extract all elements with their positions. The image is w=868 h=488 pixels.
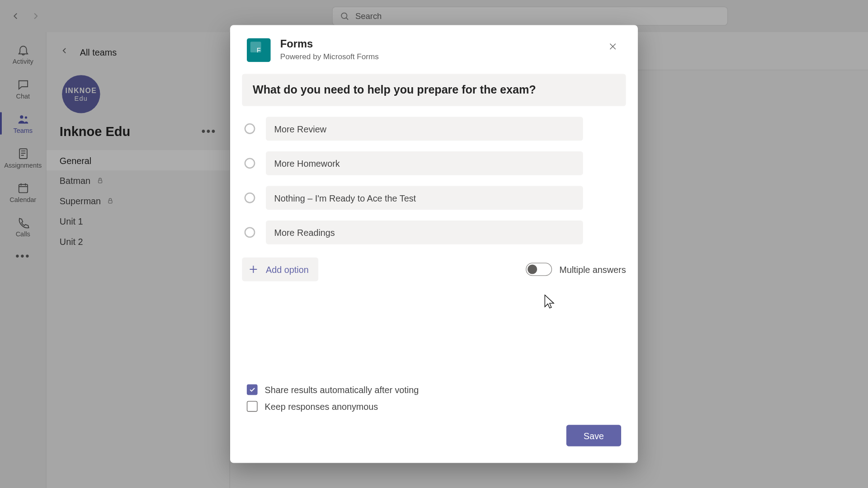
option-input[interactable]: More Readings [266, 221, 583, 244]
option-text: More Homework [274, 158, 340, 168]
anonymous-checkbox[interactable] [247, 401, 258, 412]
anonymous-row[interactable]: Keep responses anonymous [247, 401, 621, 412]
option-text: More Review [274, 124, 326, 134]
option-radio[interactable] [245, 192, 255, 203]
option-text: More Readings [274, 227, 335, 237]
option-input[interactable]: More Review [266, 117, 583, 141]
forms-app-icon: F [247, 38, 271, 62]
option-radio[interactable] [245, 158, 255, 169]
modal-subtitle: Powered by Microsoft Forms [280, 52, 379, 61]
modal-close-button[interactable] [604, 38, 621, 55]
option-row: More Review [242, 117, 626, 141]
add-option-button[interactable]: Add option [242, 258, 318, 282]
save-button[interactable]: Save [566, 425, 621, 446]
close-icon [608, 42, 618, 51]
mouse-cursor [543, 294, 556, 310]
add-option-label: Add option [266, 264, 309, 274]
option-row: Nothing – I'm Ready to Ace the Test [242, 186, 626, 210]
option-radio[interactable] [245, 227, 255, 238]
options-list: More Review More Homework Nothing – I'm … [242, 117, 626, 244]
modal-title: Forms [280, 38, 379, 51]
multiple-answers-toggle[interactable] [526, 263, 552, 276]
option-row: More Homework [242, 151, 626, 175]
multiple-answers-label: Multiple answers [559, 264, 626, 274]
save-button-label: Save [584, 431, 604, 441]
share-results-label: Share results automatically after voting [264, 385, 419, 394]
check-icon [249, 386, 256, 393]
anonymous-label: Keep responses anonymous [264, 401, 378, 411]
share-results-checkbox[interactable] [247, 384, 258, 395]
option-row: More Readings [242, 221, 626, 244]
option-input[interactable]: More Homework [266, 151, 583, 175]
question-input[interactable]: What do you need to help you prepare for… [242, 74, 626, 106]
option-input[interactable]: Nothing – I'm Ready to Ace the Test [266, 186, 583, 210]
share-results-row[interactable]: Share results automatically after voting [247, 384, 621, 395]
plus-icon [248, 264, 259, 275]
option-text: Nothing – I'm Ready to Ace the Test [274, 193, 416, 203]
option-radio[interactable] [245, 123, 255, 134]
question-text: What do you need to help you prepare for… [253, 84, 536, 96]
forms-modal: F Forms Powered by Microsoft Forms What … [230, 25, 638, 463]
